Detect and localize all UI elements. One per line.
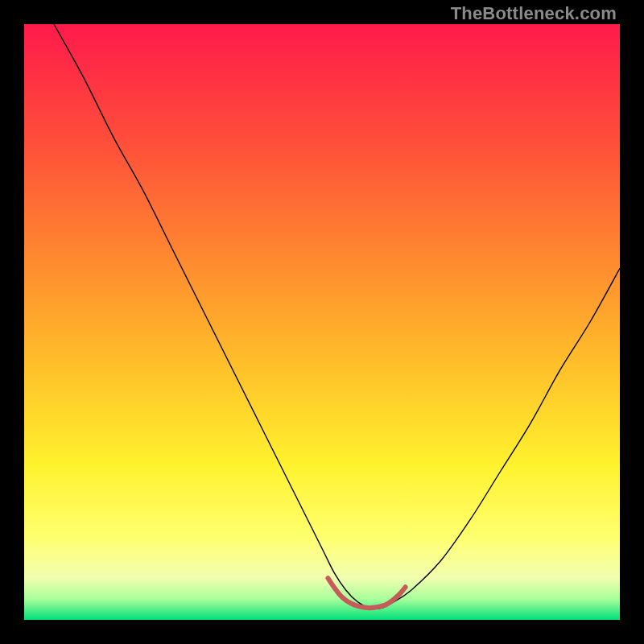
bottleneck-chart <box>24 24 620 620</box>
chart-frame <box>24 24 620 620</box>
watermark-text: TheBottleneck.com <box>451 3 617 24</box>
gradient-background <box>24 24 620 620</box>
